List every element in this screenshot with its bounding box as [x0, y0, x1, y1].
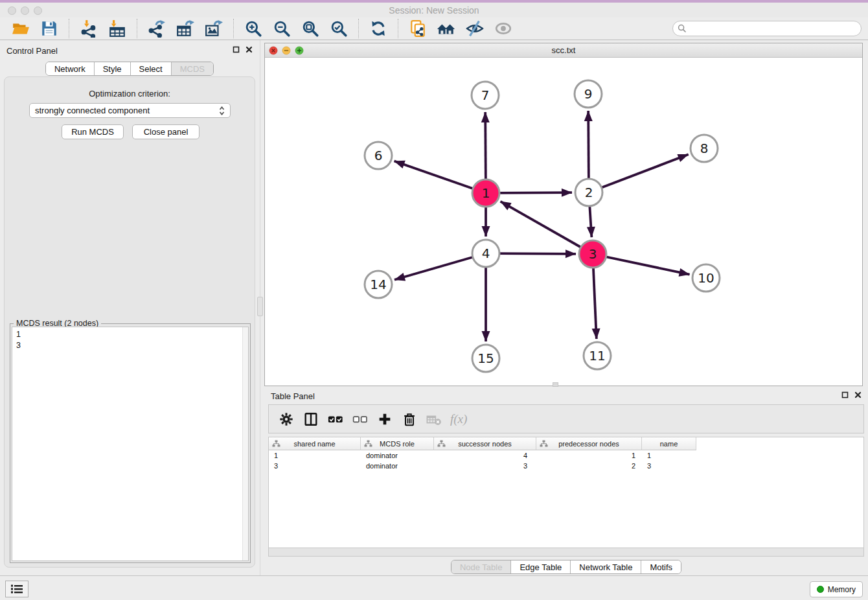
- graph-node-10[interactable]: 10: [692, 264, 720, 292]
- toolbar-separator: [137, 19, 137, 38]
- show-column-panel-icon[interactable]: [301, 410, 321, 429]
- cell-predecessor-nodes[interactable]: 1: [536, 450, 642, 461]
- memory-button[interactable]: Memory: [810, 581, 863, 597]
- svg-text:9: 9: [584, 86, 593, 102]
- graph-node-4[interactable]: 4: [472, 240, 499, 267]
- tab-node-table[interactable]: Node Table: [451, 560, 511, 573]
- svg-text:7: 7: [481, 87, 490, 103]
- export-table-icon[interactable]: [176, 19, 195, 38]
- network-view-window: scc.txt 7968124314101511: [264, 43, 863, 386]
- zoom-in-icon[interactable]: [244, 19, 263, 38]
- float-table-panel-icon[interactable]: [841, 391, 849, 398]
- graph-node-8[interactable]: 8: [691, 135, 718, 162]
- tab-mcds[interactable]: MCDS: [171, 62, 213, 75]
- graph-node-15[interactable]: 15: [472, 345, 499, 372]
- control-panel-title: Control Panel: [6, 46, 58, 56]
- hide-selected-icon[interactable]: [465, 19, 485, 38]
- import-table-icon[interactable]: [108, 19, 127, 38]
- import-network-icon[interactable]: [79, 19, 98, 38]
- column-header-mcds-role[interactable]: MCDS role: [361, 437, 434, 450]
- tab-edge-table[interactable]: Edge Table: [510, 560, 570, 573]
- open-session-icon[interactable]: [11, 19, 30, 38]
- column-label: successor nodes: [458, 440, 512, 448]
- column-header-predecessor-nodes[interactable]: predecessor nodes: [536, 437, 642, 450]
- panel-divider-grip[interactable]: [257, 297, 263, 316]
- graph-node-3[interactable]: 3: [579, 240, 606, 268]
- select-stepper-icon: [219, 106, 225, 116]
- run-mcds-button[interactable]: Run MCDS: [62, 124, 124, 139]
- column-header-shared-name[interactable]: shared name: [269, 437, 361, 450]
- graph-edge-2-8[interactable]: [589, 154, 689, 192]
- titlebar: Session: New Session: [0, 3, 868, 17]
- search-input[interactable]: [672, 21, 862, 36]
- tab-network[interactable]: Network: [46, 62, 94, 75]
- result-scrollbar[interactable]: [242, 327, 248, 560]
- task-list-icon: [10, 584, 23, 594]
- criterion-select[interactable]: strongly connected component: [29, 103, 231, 118]
- graph-node-7[interactable]: 7: [472, 82, 499, 109]
- graph-node-14[interactable]: 14: [365, 271, 392, 298]
- close-panel-button[interactable]: Close panel: [132, 124, 200, 139]
- graph-node-6[interactable]: 6: [365, 142, 392, 169]
- select-all-columns-icon[interactable]: [326, 410, 345, 429]
- toolbar-separator: [358, 19, 359, 38]
- export-network-icon[interactable]: [147, 19, 166, 38]
- cell-successor-nodes[interactable]: 4: [434, 450, 536, 461]
- zoom-fit-icon[interactable]: [301, 19, 320, 38]
- table-row[interactable]: 3 dominator 3 2 3: [269, 461, 863, 471]
- cell-name[interactable]: 3: [642, 461, 696, 471]
- cell-shared-name[interactable]: 1: [269, 450, 361, 461]
- export-image-icon[interactable]: [204, 19, 223, 38]
- column-header-successor-nodes[interactable]: successor nodes: [434, 437, 536, 450]
- cell-mcds-role[interactable]: dominator: [361, 450, 434, 461]
- column-type-icon: [540, 440, 548, 447]
- cell-mcds-role[interactable]: dominator: [361, 461, 434, 471]
- graph-node-11[interactable]: 11: [584, 342, 611, 369]
- cell-shared-name[interactable]: 3: [269, 461, 361, 471]
- graph-node-9[interactable]: 9: [575, 80, 602, 108]
- tab-select[interactable]: Select: [130, 62, 171, 75]
- network-window-title: scc.txt: [265, 45, 862, 55]
- graph-edge-3-10[interactable]: [593, 254, 690, 275]
- control-panel: Control Panel Network Style Select MCDS …: [0, 40, 259, 571]
- delete-column-icon[interactable]: [400, 410, 419, 429]
- tab-network-table[interactable]: Network Table: [570, 560, 641, 573]
- zoom-out-icon[interactable]: [272, 19, 291, 38]
- node-table[interactable]: shared name MCDS role successor nodes pr…: [268, 437, 864, 548]
- close-table-panel-icon[interactable]: [854, 391, 862, 398]
- memory-button-label: Memory: [828, 585, 856, 594]
- mcds-result-textarea[interactable]: 1 3: [12, 327, 249, 561]
- task-history-button[interactable]: [5, 581, 29, 597]
- main-area: Control Panel Network Style Select MCDS …: [0, 40, 868, 575]
- network-canvas[interactable]: 7968124314101511: [265, 58, 862, 386]
- zoom-selected-icon[interactable]: [329, 19, 348, 38]
- control-panel-tabbar: Network Style Select MCDS: [45, 62, 214, 76]
- graph-node-1[interactable]: 1: [472, 179, 499, 207]
- tab-motifs[interactable]: Motifs: [641, 560, 681, 573]
- graph-node-2[interactable]: 2: [575, 179, 602, 206]
- cell-predecessor-nodes[interactable]: 2: [536, 461, 642, 471]
- column-type-icon: [364, 440, 372, 447]
- table-row[interactable]: 1 dominator 4 1 1: [269, 450, 863, 461]
- cell-name[interactable]: 1: [642, 450, 696, 461]
- add-column-icon[interactable]: [375, 410, 394, 429]
- toolbar-separator: [69, 19, 69, 38]
- search-icon: [678, 24, 687, 33]
- svg-text:1: 1: [482, 185, 490, 201]
- unselect-all-columns-icon[interactable]: [350, 410, 370, 429]
- table-horizontal-scrollbar[interactable]: [268, 548, 864, 557]
- save-session-icon[interactable]: [40, 19, 59, 38]
- cell-successor-nodes[interactable]: 3: [434, 461, 536, 471]
- show-all-icon[interactable]: [494, 19, 513, 38]
- clone-network-icon[interactable]: [408, 19, 428, 38]
- home-icon[interactable]: [437, 19, 456, 38]
- close-panel-icon[interactable]: [246, 46, 253, 53]
- window-title: Session: New Session: [0, 5, 868, 16]
- refresh-icon[interactable]: [369, 19, 388, 38]
- float-panel-icon[interactable]: [233, 46, 240, 53]
- graph-edge-3-1[interactable]: [501, 202, 593, 254]
- tab-style[interactable]: Style: [94, 62, 130, 75]
- network-window-titlebar[interactable]: scc.txt: [265, 43, 862, 58]
- column-header-name[interactable]: name: [642, 437, 696, 450]
- table-settings-gear-icon[interactable]: [277, 410, 296, 429]
